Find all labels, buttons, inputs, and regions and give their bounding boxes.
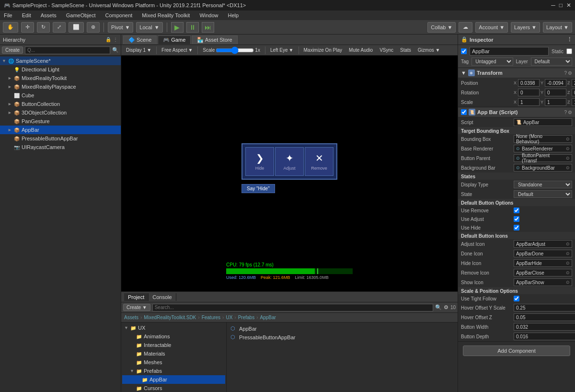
- pause-button[interactable]: ⏸: [186, 22, 199, 33]
- static-checkbox[interactable]: [566, 48, 572, 54]
- tab-project[interactable]: Project: [124, 293, 149, 301]
- use-tight-follow-checkbox[interactable]: [514, 296, 519, 301]
- project-create-button[interactable]: Create ▼: [123, 304, 150, 311]
- inspector-more-icon[interactable]: ⋮: [567, 36, 572, 43]
- show-icon-value[interactable]: AppBarShow ⊙: [514, 278, 572, 286]
- tag-select[interactable]: Untagged: [472, 58, 513, 66]
- script-enabled-checkbox[interactable]: [461, 109, 467, 115]
- rot-y-input[interactable]: [545, 89, 566, 96]
- mute-toggle[interactable]: Mute Audio: [347, 47, 375, 53]
- gameobj-enabled-checkbox[interactable]: [461, 48, 467, 54]
- tree-item-pangesture[interactable]: 📦 PanGesture: [0, 117, 121, 126]
- gameobj-name-input[interactable]: [470, 47, 549, 56]
- pivot-dropdown[interactable]: Pivot ▼: [108, 22, 133, 33]
- project-options-icon[interactable]: ⚙: [444, 304, 448, 311]
- use-adjust-checkbox[interactable]: [514, 216, 519, 222]
- transform-info-icon[interactable]: ?: [564, 70, 567, 76]
- maximize-toggle[interactable]: Maximize On Play: [302, 47, 345, 53]
- button-parent-value[interactable]: ⊙ ButtonParent (Transf ⊙: [514, 154, 572, 162]
- layout-dropdown[interactable]: Layout ▼: [543, 22, 572, 33]
- script-header[interactable]: 📜 App Bar (Script) ? ⚙: [458, 107, 575, 117]
- use-hide-checkbox[interactable]: [514, 225, 519, 231]
- pos-z-input[interactable]: [572, 79, 575, 87]
- left-eye-dropdown[interactable]: Left Eye ▼: [268, 47, 296, 53]
- breadcrumb-appbar[interactable]: AppBar: [260, 315, 276, 320]
- maximize-button[interactable]: □: [559, 2, 563, 9]
- cloud-button[interactable]: ☁: [459, 22, 472, 33]
- tree-folder-prefabs[interactable]: 📁 Prefabs: [122, 367, 225, 375]
- remove-icon-value[interactable]: AppBarClose ⊙: [514, 269, 572, 277]
- hover-offset-y-input[interactable]: [514, 304, 575, 311]
- rotate-tool[interactable]: ↻: [37, 22, 50, 33]
- state-select[interactable]: Default: [514, 190, 572, 198]
- tree-item-mrplayspace[interactable]: 📦 MixedRealityPlayspace: [0, 82, 121, 91]
- tree-item-pressablebuttonappbar[interactable]: 📦 PressableButtonAppBar: [0, 134, 121, 143]
- scale-tool[interactable]: ⤢: [53, 22, 66, 33]
- use-remove-checkbox[interactable]: [514, 208, 519, 213]
- collab-button[interactable]: Collab ▼: [427, 22, 456, 33]
- menu-edit[interactable]: Edit: [20, 12, 33, 18]
- scale-range[interactable]: [216, 46, 254, 54]
- file-pressablebuttonappbar[interactable]: ⬡ PressableButtonAppBar: [229, 333, 456, 342]
- tree-item-cube[interactable]: ⬜ Cube: [0, 91, 121, 100]
- minimize-button[interactable]: ─: [551, 2, 555, 9]
- vsync-toggle[interactable]: VSync: [378, 47, 395, 53]
- hierarchy-search-input[interactable]: [25, 46, 110, 54]
- script-settings-icon[interactable]: ⚙: [568, 110, 572, 115]
- display-type-select[interactable]: Standalone: [514, 181, 572, 188]
- hide-icon-value[interactable]: AppBarHide ⊙: [514, 259, 572, 267]
- aspect-dropdown[interactable]: Free Aspect ▼: [160, 47, 195, 53]
- tree-item-directionallight[interactable]: 💡 Directional Light: [0, 65, 121, 74]
- hide-button[interactable]: ❯ Hide: [245, 147, 274, 176]
- hierarchy-lock-icon[interactable]: 🔒: [105, 37, 111, 42]
- stats-toggle[interactable]: Stats: [398, 47, 413, 53]
- scale-slider[interactable]: Scale 1x: [201, 46, 262, 55]
- breadcrumb-prefabs[interactable]: Prefabs: [238, 315, 254, 320]
- layer-select[interactable]: Default: [531, 58, 572, 66]
- button-depth-input[interactable]: [514, 333, 575, 340]
- scale-x-input[interactable]: [518, 98, 540, 106]
- tree-folder-ux[interactable]: 📁 UX: [122, 323, 225, 332]
- menu-window[interactable]: Window: [197, 12, 220, 18]
- tab-scene[interactable]: 🔷 Scene: [123, 35, 157, 44]
- menu-help[interactable]: Help: [226, 12, 241, 18]
- add-component-button[interactable]: Add Component: [463, 346, 570, 356]
- breadcrumb-features[interactable]: Features: [202, 315, 220, 320]
- base-renderer-value[interactable]: ⊙ BaseRenderer ⊙: [514, 145, 572, 152]
- scale-z-input[interactable]: [572, 98, 575, 106]
- account-dropdown[interactable]: Account ▼: [475, 22, 508, 33]
- inspector-lock-icon[interactable]: 🔒: [461, 36, 468, 43]
- menu-gameobject[interactable]: GameObject: [64, 12, 98, 18]
- tree-item-samplescene[interactable]: 🌐 SampleScene*: [0, 57, 121, 65]
- tree-item-appbar[interactable]: 📦 AppBar: [0, 126, 121, 134]
- file-appbar[interactable]: ⬡ AppBar: [229, 324, 456, 333]
- tree-folder-materials[interactable]: 📁 Materials: [122, 349, 225, 358]
- hierarchy-more-icon[interactable]: ⋮: [113, 37, 118, 42]
- tab-game[interactable]: 🎮 Game: [158, 35, 191, 44]
- tree-item-uiraycastcamera[interactable]: 📷 UIRaycastCamera: [0, 143, 121, 151]
- transform-settings-icon[interactable]: ⚙: [568, 70, 572, 76]
- move-tool[interactable]: ✛: [21, 22, 34, 33]
- hover-offset-z-input[interactable]: [514, 313, 575, 321]
- bounding-box-value[interactable]: None (Mono Behaviour) ⊙: [514, 135, 572, 143]
- button-width-input[interactable]: [514, 323, 575, 331]
- gizmos-dropdown[interactable]: Gizmos ▼: [416, 47, 442, 53]
- adjust-icon-value[interactable]: AppBarAdjust ⊙: [514, 240, 572, 248]
- breadcrumb-assets[interactable]: Assets: [124, 315, 138, 320]
- pos-x-input[interactable]: [518, 79, 540, 87]
- step-button[interactable]: ⏭: [202, 22, 214, 33]
- tab-asset-store[interactable]: 🏪 Asset Store: [192, 35, 237, 44]
- adjust-button[interactable]: ✦ Adjust: [275, 147, 304, 176]
- rot-z-input[interactable]: [572, 89, 575, 96]
- tree-folder-animations[interactable]: 📁 Animations: [122, 332, 225, 341]
- tree-item-3dobjectcollection[interactable]: 📦 3DObjectCollection: [0, 108, 121, 117]
- done-icon-value[interactable]: AppBarDone ⊙: [514, 250, 572, 257]
- background-bar-value[interactable]: ⊙ BackgroundBar ⊙: [514, 164, 572, 172]
- project-search-input[interactable]: [152, 304, 433, 311]
- remove-button[interactable]: ✕ Remove: [305, 147, 334, 176]
- menu-mrtk[interactable]: Mixed Reality Toolkit: [140, 12, 192, 18]
- menu-file[interactable]: File: [2, 12, 14, 18]
- rect-tool[interactable]: ⬜: [69, 22, 84, 33]
- tree-folder-cursors[interactable]: 📁 Cursors: [122, 384, 225, 392]
- scale-y-input[interactable]: [545, 98, 566, 106]
